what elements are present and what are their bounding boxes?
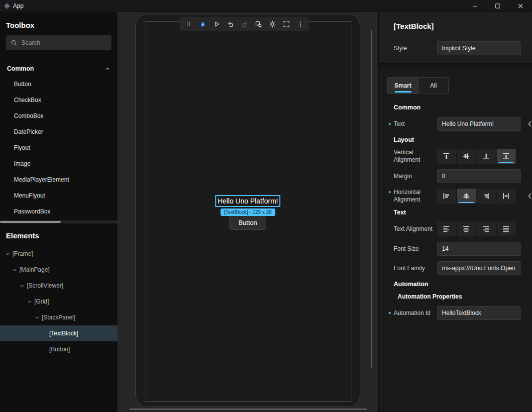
text-align-right-button[interactable] bbox=[477, 221, 496, 236]
hot-reload-flame-icon[interactable] bbox=[199, 20, 207, 28]
tab-label: All bbox=[430, 82, 436, 89]
tree-item-scrollviewer[interactable]: [ScrollViewer] bbox=[0, 278, 117, 294]
chevron-down-icon[interactable] bbox=[19, 283, 27, 289]
automation-id-input[interactable] bbox=[437, 306, 521, 320]
tab-label: Smart bbox=[394, 82, 411, 89]
prop-row-font-family: Font Family bbox=[394, 261, 520, 275]
horizontal-scrollbar[interactable] bbox=[129, 409, 367, 410]
theme-toggle-icon[interactable] bbox=[268, 20, 276, 28]
chevron-up-icon bbox=[105, 66, 110, 72]
align-horizontal-center-button[interactable] bbox=[457, 189, 476, 204]
chevron-down-icon[interactable] bbox=[12, 267, 19, 273]
clipped-overflow-icon[interactable] bbox=[529, 120, 532, 127]
textblock-selection[interactable]: Hello Uno Platform! bbox=[215, 195, 280, 207]
font-size-label: Font Size bbox=[394, 245, 437, 253]
minimize-icon bbox=[472, 3, 478, 9]
close-button[interactable] bbox=[509, 0, 532, 12]
app-info: App bbox=[4, 2, 23, 9]
tree-item-stackpanel[interactable]: [StackPanel] bbox=[0, 309, 117, 325]
style-input[interactable] bbox=[437, 41, 521, 55]
canvas-button[interactable]: Button bbox=[229, 215, 266, 230]
style-row: Style bbox=[394, 41, 520, 55]
device-frame: Hello Uno Platform! [TextBlock] - 129 x … bbox=[135, 14, 360, 407]
drag-handle-icon[interactable] bbox=[185, 20, 193, 28]
align-vertical-stretch-icon bbox=[502, 152, 510, 160]
tab-smart[interactable]: Smart bbox=[388, 78, 418, 94]
search-input[interactable] bbox=[21, 39, 107, 46]
more-options-icon[interactable] bbox=[296, 20, 304, 28]
text-align-left-button[interactable] bbox=[437, 221, 456, 236]
toolbox-items: Button CheckBox ComboBox DatePicker Flyo… bbox=[0, 76, 117, 219]
vertical-scrollbar[interactable] bbox=[371, 30, 372, 368]
properties-panel: [TextBlock] Style Smart All Common Text bbox=[378, 12, 532, 412]
text-alignment-label: Text Alignment bbox=[394, 225, 437, 233]
tree-item-grid[interactable]: [Grid] bbox=[0, 294, 117, 309]
tab-active-indicator bbox=[395, 91, 412, 93]
inspect-element-icon[interactable] bbox=[254, 20, 262, 28]
font-size-input[interactable] bbox=[437, 242, 521, 256]
text-align-center-button[interactable] bbox=[457, 221, 476, 236]
align-right-icon bbox=[482, 192, 490, 200]
align-vertical-stretch-button[interactable] bbox=[497, 149, 516, 164]
toolbox-panel: Toolbox Common Button CheckBox ComboBox … bbox=[0, 12, 117, 219]
toolbox-item-checkbox[interactable]: CheckBox bbox=[0, 92, 117, 108]
clipped-overflow-icon[interactable] bbox=[529, 193, 532, 200]
toolbox-item-button[interactable]: Button bbox=[0, 76, 117, 92]
toolbox-item-mediaplayerelement[interactable]: MediaPlayerElement bbox=[0, 172, 117, 188]
search-icon bbox=[10, 39, 17, 46]
align-right-button[interactable] bbox=[477, 189, 496, 204]
toolbox-item-flyout[interactable]: Flyout bbox=[0, 140, 117, 156]
tree-item-button[interactable]: [Button] bbox=[0, 341, 117, 357]
scrollbar-thumb[interactable] bbox=[0, 221, 61, 223]
app-title: App bbox=[13, 2, 23, 9]
text-input[interactable] bbox=[437, 117, 521, 131]
text-align-left-icon bbox=[442, 225, 450, 233]
chevron-down-icon[interactable] bbox=[5, 251, 12, 257]
play-icon[interactable] bbox=[213, 20, 220, 28]
prop-row-vertical-alignment: Vertical Alignment bbox=[394, 149, 520, 164]
margin-input[interactable] bbox=[437, 169, 521, 183]
minimize-button[interactable] bbox=[463, 0, 486, 12]
toolbox-section-common[interactable]: Common bbox=[0, 61, 117, 76]
align-left-button[interactable] bbox=[437, 189, 456, 204]
text-align-justify-button[interactable] bbox=[497, 221, 516, 236]
chevron-down-icon[interactable] bbox=[34, 315, 42, 320]
tree-item-frame[interactable]: [Frame] bbox=[0, 246, 117, 262]
toolbox-item-menuflyout[interactable]: MenuFlyout bbox=[0, 188, 117, 204]
text-align-justify-icon bbox=[502, 225, 510, 233]
maximize-icon bbox=[495, 3, 501, 9]
tab-all[interactable]: All bbox=[418, 78, 448, 94]
align-vertical-center-button[interactable] bbox=[457, 149, 476, 164]
redo-icon[interactable] bbox=[240, 20, 248, 28]
tree-item-label: [StackPanel] bbox=[42, 314, 75, 321]
prop-row-automation-id: Automation Id bbox=[394, 306, 520, 320]
undo-icon[interactable] bbox=[226, 20, 234, 28]
elements-title: Elements bbox=[0, 231, 117, 240]
tree-item-label: [TextBlock] bbox=[49, 330, 78, 337]
align-top-button[interactable] bbox=[437, 149, 456, 164]
style-label: Style bbox=[394, 45, 437, 52]
tree-item-mainpage[interactable]: [MainPage] bbox=[0, 262, 117, 278]
tree-item-label: [ScrollViewer] bbox=[27, 282, 63, 289]
prop-row-text-alignment: Text Alignment bbox=[394, 221, 520, 236]
toolbox-item-datepicker[interactable]: DatePicker bbox=[0, 124, 117, 140]
panel-splitter[interactable] bbox=[0, 220, 117, 223]
selection-bounds-icon[interactable] bbox=[282, 20, 290, 28]
font-family-input[interactable] bbox=[437, 261, 521, 275]
prop-row-horizontal-alignment: Horizontal Alignment bbox=[394, 189, 520, 204]
toolbox-item-combobox[interactable]: ComboBox bbox=[0, 108, 117, 124]
align-bottom-button[interactable] bbox=[477, 149, 496, 164]
maximize-button[interactable] bbox=[486, 0, 509, 12]
toolbox-section-label: Common bbox=[7, 65, 34, 72]
chevron-down-icon[interactable] bbox=[27, 299, 34, 305]
tree-item-textblock[interactable]: [TextBlock] bbox=[0, 325, 117, 341]
toolbox-title: Toolbox bbox=[0, 21, 117, 29]
toolbox-item-image[interactable]: Image bbox=[0, 156, 117, 172]
text-label: Text bbox=[394, 120, 437, 128]
align-horizontal-stretch-button[interactable] bbox=[497, 189, 516, 204]
horizontal-alignment-label: Horizontal Alignment bbox=[394, 189, 437, 204]
margin-label: Margin bbox=[394, 173, 437, 180]
app-window: App Toolbox Common Button CheckBox Combo… bbox=[0, 0, 532, 412]
toolbox-item-passwordbox[interactable]: PasswordBox bbox=[0, 204, 117, 219]
toolbox-search[interactable] bbox=[6, 35, 111, 50]
